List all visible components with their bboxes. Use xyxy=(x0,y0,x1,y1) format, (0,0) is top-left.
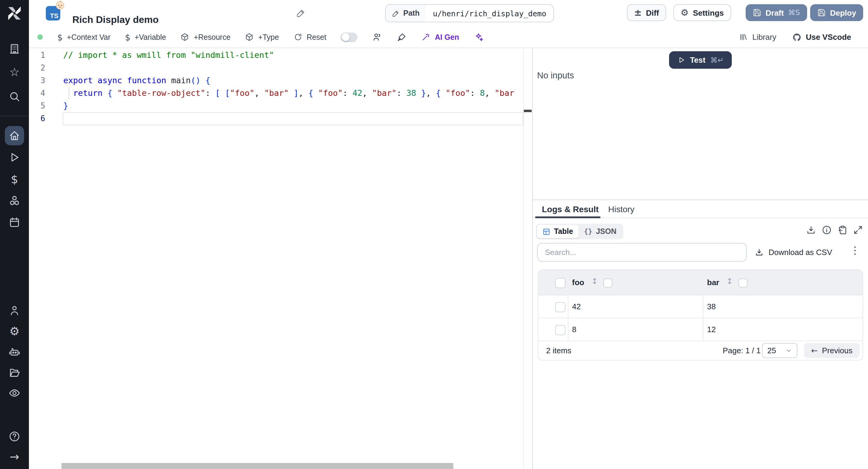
use-vscode-button[interactable]: Use VScode xyxy=(792,32,851,42)
status-dot xyxy=(37,34,43,40)
add-variable-button[interactable]: $ +Variable xyxy=(125,33,166,41)
search-icon xyxy=(8,90,21,102)
expand-icon[interactable] xyxy=(853,225,863,235)
sidebar-item-person[interactable] xyxy=(6,302,23,319)
download-icon xyxy=(755,248,764,257)
column-bar-checkbox[interactable] xyxy=(738,279,747,287)
sidebar-item-gear[interactable]: ⚙ xyxy=(6,322,23,339)
line-number: 5 xyxy=(29,99,45,112)
library-button[interactable]: Library xyxy=(739,33,776,41)
column-divider xyxy=(568,295,568,341)
braces-icon: {} xyxy=(584,227,592,236)
settings-button[interactable]: ⚙ Settings xyxy=(673,4,731,21)
page-size-select[interactable]: 25 xyxy=(762,343,798,358)
line-number: 6 xyxy=(29,112,45,125)
tab-history[interactable]: History xyxy=(608,205,634,214)
sidebar-item-calendar[interactable] xyxy=(6,214,23,231)
code-editor[interactable]: 123456 // import * as wmill from "windmi… xyxy=(29,48,532,469)
test-button[interactable]: Test ⌘↵ xyxy=(669,51,732,69)
add-type-button[interactable]: +Type xyxy=(245,33,279,41)
add-resource-button[interactable]: +Resource xyxy=(181,33,230,41)
robot-icon xyxy=(8,346,21,358)
arrow-right-icon: → xyxy=(8,450,21,462)
edit-title-pencil-icon[interactable] xyxy=(296,8,306,18)
row-checkbox[interactable] xyxy=(555,325,565,335)
dollar-icon: $ xyxy=(125,33,130,41)
table-row[interactable]: 42 38 xyxy=(538,295,863,318)
path-widget[interactable]: Path u/henri/rich_display_demo xyxy=(385,4,554,22)
users-icon[interactable] xyxy=(372,32,382,42)
view-toggle-json[interactable]: {} JSON xyxy=(578,225,622,238)
help-icon xyxy=(8,430,21,442)
sidebar-item-search[interactable] xyxy=(6,88,23,105)
table-grid-icon xyxy=(542,227,550,236)
column-header-bar[interactable]: bar xyxy=(707,278,719,287)
kebab-menu-icon[interactable]: ⋮ xyxy=(850,245,860,256)
sidebar-item-cubes[interactable] xyxy=(6,192,23,209)
package-icon xyxy=(245,33,254,41)
search-input[interactable] xyxy=(537,243,747,262)
refresh-icon xyxy=(293,33,302,41)
person-icon xyxy=(8,305,21,316)
arrow-left-icon: ← xyxy=(811,347,818,354)
sidebar-divider xyxy=(0,116,29,116)
editor-toolbar: $ +Context Var $ +Variable +Resource +Ty… xyxy=(29,27,868,48)
column-header-foo[interactable]: foo xyxy=(572,278,584,287)
format-brush-icon[interactable] xyxy=(397,32,407,42)
view-toggle-table[interactable]: Table xyxy=(537,225,578,238)
sidebar-item-dollar[interactable]: $ xyxy=(6,170,23,187)
panel-split-divider[interactable] xyxy=(533,199,868,200)
draft-button[interactable]: Draft ⌘S xyxy=(746,4,807,21)
cell-bar: 12 xyxy=(707,325,716,334)
tab-logs-result[interactable]: Logs & Result xyxy=(542,205,598,214)
download-icon[interactable] xyxy=(806,225,816,235)
table-row[interactable]: 8 12 xyxy=(538,318,863,341)
row-checkbox[interactable] xyxy=(555,302,565,312)
path-pencil-icon xyxy=(392,9,400,17)
result-actions xyxy=(806,225,863,235)
ai-gen-button[interactable]: AI Gen xyxy=(422,33,459,41)
calendar-icon xyxy=(8,216,21,228)
previous-page-button[interactable]: ← Previous xyxy=(804,343,860,358)
editor-horizontal-scrollbar[interactable] xyxy=(61,463,453,469)
column-divider xyxy=(703,295,704,341)
code-line-5: } xyxy=(63,99,68,112)
column-foo-checkbox[interactable] xyxy=(603,279,613,287)
code-line-1: // import * as wmill from "windmill-clie… xyxy=(63,49,274,61)
sort-icon[interactable]: ↕ xyxy=(591,277,598,285)
sidebar-item-star[interactable]: ☆ xyxy=(6,63,23,80)
reset-button[interactable]: Reset xyxy=(293,33,326,41)
sidebar-item-help[interactable] xyxy=(6,428,23,445)
cubes-icon xyxy=(8,195,21,207)
sidebar: ☆$⚙→ xyxy=(0,0,29,469)
sidebar-item-arrow-right[interactable]: → xyxy=(6,448,23,465)
windmill-logo-icon[interactable] xyxy=(5,4,24,22)
test-shortcut: ⌘↵ xyxy=(710,56,724,64)
sidebar-item-home[interactable] xyxy=(6,127,23,144)
line-number: 3 xyxy=(29,74,45,87)
header: TS Rich Display demo Path u/henri/rich_d… xyxy=(29,0,868,27)
deploy-button[interactable]: Deploy xyxy=(810,4,864,21)
diff-button[interactable]: ± Diff xyxy=(627,4,666,21)
download-csv-button[interactable]: Download as CSV xyxy=(755,243,832,262)
sidebar-item-eye[interactable] xyxy=(6,385,23,402)
sidebar-item-robot[interactable] xyxy=(6,344,23,361)
items-count: 2 items xyxy=(546,346,571,355)
github-icon xyxy=(792,32,802,42)
table-header-row: foo ↕ bar ↕ xyxy=(538,270,863,295)
diff-mode-toggle[interactable] xyxy=(341,32,358,42)
line-number: 4 xyxy=(29,87,45,99)
sidebar-item-play[interactable] xyxy=(6,149,23,166)
package-icon xyxy=(181,33,190,41)
sort-icon[interactable]: ↕ xyxy=(726,277,733,285)
sparkles-icon[interactable] xyxy=(473,32,484,42)
result-view-toggle: Table {} JSON xyxy=(536,224,623,239)
clipboard-icon[interactable] xyxy=(837,225,847,235)
sidebar-item-building[interactable] xyxy=(6,40,23,57)
select-all-checkbox[interactable] xyxy=(555,278,565,288)
add-context-var-button[interactable]: $ +Context Var xyxy=(57,33,111,41)
chevron-down-icon xyxy=(785,347,792,354)
info-icon[interactable] xyxy=(822,225,832,235)
sidebar-item-folder[interactable] xyxy=(6,364,23,381)
gear-icon: ⚙ xyxy=(8,325,21,337)
